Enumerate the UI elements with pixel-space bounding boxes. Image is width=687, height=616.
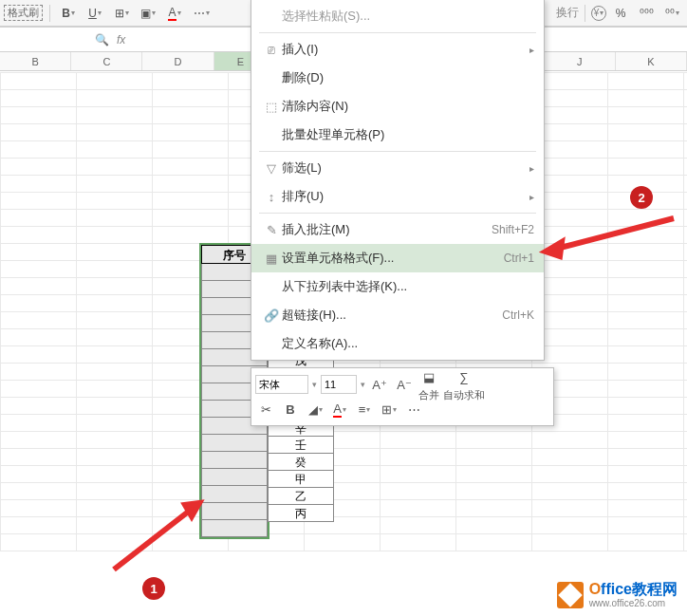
fill-color-icon[interactable]: ◢ xyxy=(305,399,325,420)
table-cell: 丙 xyxy=(268,505,334,522)
menu-item-hyperlink[interactable]: 🔗 超链接(H)... Ctrl+K xyxy=(251,301,544,329)
watermark-url: www.office26.com xyxy=(589,598,678,608)
font-family-input[interactable] xyxy=(255,375,308,394)
filter-icon: ▽ xyxy=(261,161,282,176)
format-icon: ▦ xyxy=(261,252,282,266)
col-header[interactable]: K xyxy=(616,52,687,70)
table-cell: 乙 xyxy=(268,488,334,505)
watermark-brand-rest: ffice教程网 xyxy=(601,581,678,597)
watermark-brand-o: O xyxy=(589,581,601,597)
menu-item-define-name[interactable]: 定义名称(A)... xyxy=(251,329,544,358)
menu-item-paste-special[interactable]: 选择性粘贴(S)... xyxy=(251,2,544,30)
magnify-icon: 🔍 xyxy=(95,33,109,47)
percent-button[interactable]: % xyxy=(609,3,632,24)
decimal-button[interactable]: ⁰⁰ xyxy=(660,3,683,24)
eraser-icon: ⬚ xyxy=(261,100,282,114)
more-icon[interactable]: ⋯ xyxy=(403,399,424,420)
comment-icon: ✎ xyxy=(261,223,282,237)
table-cell: 甲 xyxy=(268,471,334,488)
chevron-right-icon: ▸ xyxy=(529,192,534,202)
format-painter-button[interactable]: 格式刷 xyxy=(4,5,43,21)
merge-button[interactable]: ⬓ xyxy=(418,367,439,388)
menu-item-batch[interactable]: 批量处理单元格(P) xyxy=(251,121,544,149)
autosum-label: 自动求和 xyxy=(443,388,485,402)
menu-item-delete[interactable]: 删除(D) xyxy=(251,64,544,92)
font-color-button[interactable]: A xyxy=(163,3,186,24)
more-font-button[interactable]: ⋯ xyxy=(190,3,213,24)
menu-item-clear[interactable]: ⬚ 清除内容(N) xyxy=(251,92,544,121)
annotation-arrow-2 xyxy=(531,209,683,266)
increase-font-icon[interactable]: A⁺ xyxy=(369,374,390,395)
font-color-icon[interactable]: A xyxy=(329,399,350,420)
sort-icon: ↕ xyxy=(261,190,282,204)
autosum-button[interactable]: ∑ xyxy=(454,367,474,388)
format-painter-icon[interactable]: ✂ xyxy=(255,399,276,420)
fx-label[interactable]: fx xyxy=(117,33,125,47)
font-size-input[interactable] xyxy=(321,375,357,394)
col-header[interactable]: D xyxy=(142,52,214,70)
insert-icon: ⎚ xyxy=(261,43,282,57)
border-icon[interactable]: ⊞ xyxy=(379,399,399,420)
fill-color-button[interactable]: ▣ xyxy=(137,3,159,24)
menu-item-insert[interactable]: ⎚ 插入(I) ▸ xyxy=(251,35,544,64)
underline-button[interactable]: U xyxy=(84,3,106,24)
col-header[interactable]: C xyxy=(71,52,142,70)
wrap-text-button[interactable]: 换行 xyxy=(556,5,579,21)
menu-item-comment[interactable]: ✎ 插入批注(M) Shift+F2 xyxy=(251,215,544,244)
watermark: Office教程网 www.office26.com xyxy=(557,581,678,608)
table-row xyxy=(201,452,268,469)
border-button[interactable]: ⊞ xyxy=(110,3,133,24)
decrease-font-icon[interactable]: A⁻ xyxy=(394,374,415,395)
annotation-marker-1: 1 xyxy=(142,577,165,600)
align-icon[interactable]: ≡ xyxy=(354,399,375,420)
currency-button[interactable]: ¥ xyxy=(591,6,606,21)
bold-button[interactable]: B xyxy=(57,3,80,24)
table-cell: 癸 xyxy=(268,454,334,471)
link-icon: 🔗 xyxy=(261,308,282,323)
col-header[interactable]: J xyxy=(545,52,616,70)
svg-marker-3 xyxy=(546,242,562,256)
context-menu: 选择性粘贴(S)... ⎚ 插入(I) ▸ 删除(D) ⬚ 清除内容(N) 批量… xyxy=(251,0,545,361)
annotation-arrow-1 xyxy=(95,484,228,579)
menu-item-format-cells[interactable]: ▦ 设置单元格格式(F)... Ctrl+1 xyxy=(251,244,544,272)
thousand-sep-button[interactable]: ⁰⁰⁰ xyxy=(635,3,658,24)
menu-item-dropdown-select[interactable]: 从下拉列表中选择(K)... xyxy=(251,272,544,301)
mini-toolbar: ▾ ▾ A⁺ A⁻ ⬓ 合并 ∑ 自动求和 ✂ B ◢ A ≡ ⊞ ⋯ xyxy=(251,367,554,426)
col-header[interactable]: B xyxy=(0,52,71,70)
svg-line-2 xyxy=(546,218,674,252)
annotation-marker-2: 2 xyxy=(630,186,653,209)
chevron-right-icon: ▸ xyxy=(529,45,534,55)
menu-item-filter[interactable]: ▽ 筛选(L) ▸ xyxy=(251,154,544,182)
watermark-logo-icon xyxy=(557,582,584,608)
menu-item-sort[interactable]: ↕ 排序(U) ▸ xyxy=(251,182,544,211)
table-row xyxy=(201,435,268,452)
chevron-right-icon: ▸ xyxy=(529,163,534,174)
table-cell: 壬 xyxy=(268,437,334,454)
bold-icon[interactable]: B xyxy=(280,399,301,420)
